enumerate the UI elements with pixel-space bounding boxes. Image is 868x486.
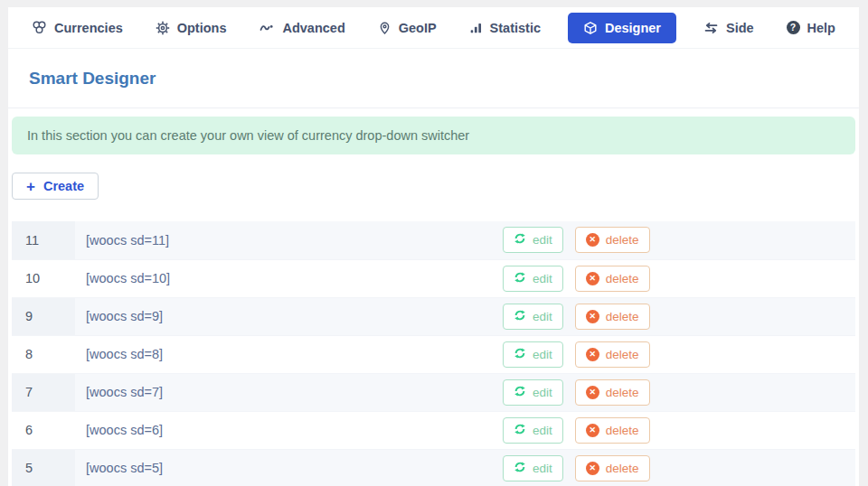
edit-button-label: edit [533, 462, 552, 475]
tab-options[interactable]: Options [150, 14, 232, 42]
wave-icon [259, 21, 275, 35]
tab-geoip[interactable]: GeoIP [373, 14, 442, 42]
edit-button[interactable]: edit [503, 417, 563, 444]
tab-help[interactable]: ? Help [781, 14, 841, 42]
page-content: In this section you can create your own … [8, 108, 859, 486]
edit-button[interactable]: edit [503, 227, 563, 253]
delete-button-label: delete [606, 386, 639, 399]
table-row: 11 [woocs sd=11] edit ✕ delete [12, 221, 855, 259]
tab-side[interactable]: Side [698, 14, 760, 42]
row-shortcode: [woocs sd=5] [75, 449, 503, 486]
delete-button[interactable]: ✕ delete [575, 455, 650, 481]
edit-button-label: edit [533, 424, 552, 437]
edit-button[interactable]: edit [503, 304, 563, 330]
edit-button[interactable]: edit [503, 379, 563, 406]
tab-label: Options [177, 21, 227, 35]
coins-icon [32, 20, 47, 35]
delete-button[interactable]: ✕ delete [575, 266, 650, 292]
row-shortcode: [woocs sd=7] [75, 373, 503, 411]
row-id: 9 [12, 297, 75, 335]
delete-button-label: delete [606, 462, 639, 475]
delete-button-label: delete [606, 310, 639, 323]
tab-advanced[interactable]: Advanced [253, 14, 350, 42]
designer-table: 11 [woocs sd=11] edit ✕ delete [12, 221, 855, 486]
sync-icon [514, 309, 526, 324]
tab-label: Currencies [54, 21, 123, 35]
x-circle-icon: ✕ [586, 424, 599, 437]
plugin-admin-panel: Currencies [8, 7, 859, 486]
create-button[interactable]: + Create [12, 173, 99, 200]
table-row: 9 [woocs sd=9] edit ✕ delete [12, 297, 855, 335]
bar-chart-icon [469, 21, 483, 35]
row-id: 8 [12, 335, 75, 373]
page-header: Smart Designer [8, 49, 859, 108]
cube-icon [583, 21, 598, 35]
info-alert: In this section you can create your own … [12, 117, 855, 154]
tab-label: Side [726, 21, 754, 35]
delete-button[interactable]: ✕ delete [575, 227, 650, 253]
table-row: 5 [woocs sd=5] edit ✕ delete [12, 449, 855, 486]
table-row: 7 [woocs sd=7] edit ✕ delete [12, 373, 855, 411]
page-title: Smart Designer [29, 69, 838, 89]
edit-button[interactable]: edit [503, 341, 563, 368]
x-circle-icon: ✕ [586, 462, 599, 475]
delete-button[interactable]: ✕ delete [575, 379, 650, 406]
edit-button-label: edit [533, 386, 552, 399]
tab-label: Statistic [490, 21, 541, 35]
row-shortcode: [woocs sd=11] [75, 221, 503, 259]
edit-button[interactable]: edit [503, 455, 563, 481]
sync-icon [514, 347, 526, 362]
delete-button-label: delete [606, 233, 639, 247]
row-id: 6 [12, 411, 75, 449]
tab-label: Designer [605, 21, 661, 35]
tab-label: Advanced [282, 21, 344, 35]
sync-icon [514, 423, 526, 438]
tab-designer[interactable]: Designer [568, 13, 676, 43]
create-button-label: Create [43, 179, 84, 193]
edit-button-label: edit [533, 233, 552, 247]
sync-icon [514, 271, 526, 286]
gear-icon [156, 21, 170, 35]
tab-label: GeoIP [399, 21, 437, 35]
edit-button-label: edit [533, 310, 552, 323]
delete-button[interactable]: ✕ delete [575, 341, 650, 368]
swap-arrows-icon [703, 21, 719, 35]
table-row: 10 [woocs sd=10] edit ✕ delete [12, 259, 855, 297]
edit-button[interactable]: edit [503, 266, 563, 292]
row-shortcode: [woocs sd=9] [75, 297, 503, 335]
sync-icon [514, 461, 526, 476]
delete-button-label: delete [606, 424, 639, 437]
x-circle-icon: ✕ [586, 386, 599, 399]
row-shortcode: [woocs sd=6] [75, 411, 503, 449]
row-shortcode: [woocs sd=10] [75, 259, 503, 297]
edit-button-label: edit [533, 348, 552, 361]
row-id: 7 [12, 373, 75, 411]
delete-button-label: delete [606, 348, 639, 361]
sync-icon [514, 385, 526, 400]
top-nav: Currencies [8, 7, 859, 49]
delete-button[interactable]: ✕ delete [575, 417, 650, 444]
x-circle-icon: ✕ [586, 233, 599, 247]
edit-button-label: edit [533, 272, 552, 285]
question-icon: ? [787, 21, 800, 34]
sync-icon [514, 232, 526, 248]
table-row: 8 [woocs sd=8] edit ✕ delete [12, 335, 855, 373]
delete-button-label: delete [606, 272, 639, 285]
tab-currencies[interactable]: Currencies [26, 13, 128, 42]
tab-label: Help [807, 21, 835, 35]
x-circle-icon: ✕ [586, 348, 599, 361]
row-shortcode: [woocs sd=8] [75, 335, 503, 373]
row-id: 10 [12, 259, 75, 297]
delete-button[interactable]: ✕ delete [575, 304, 650, 330]
row-id: 5 [12, 449, 75, 486]
row-id: 11 [12, 221, 75, 259]
x-circle-icon: ✕ [586, 272, 599, 285]
x-circle-icon: ✕ [586, 310, 599, 323]
plus-icon: + [26, 179, 35, 194]
tab-statistic[interactable]: Statistic [464, 14, 546, 42]
map-pin-icon [378, 21, 392, 35]
table-row: 6 [woocs sd=6] edit ✕ delete [12, 411, 855, 449]
